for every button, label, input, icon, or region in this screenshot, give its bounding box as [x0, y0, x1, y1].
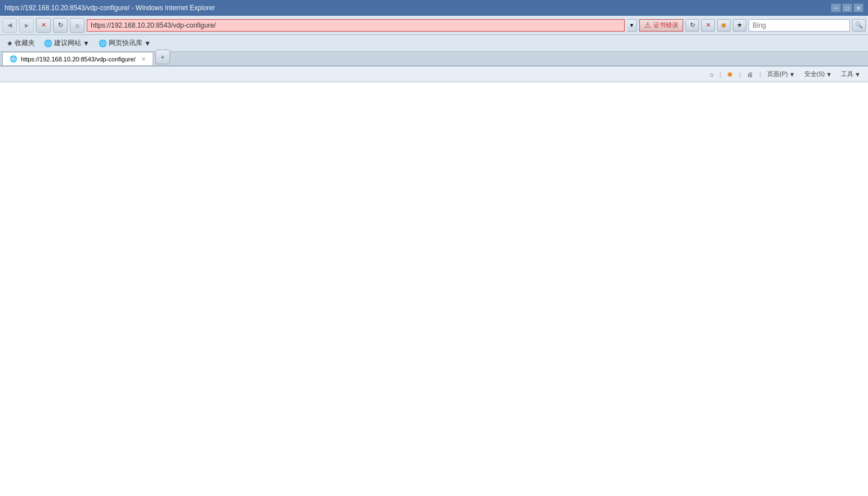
favorites-menu-item[interactable]: ★ 收藏夹 [5, 37, 37, 49]
window-title: https://192.168.10.20:8543/vdp-configure… [5, 4, 831, 12]
tab-bar: 🌐 https://192.168.10.20:8543/vdp-configu… [0, 52, 868, 67]
forward-button[interactable]: ▶ [19, 18, 34, 33]
back-button[interactable]: ◀ [2, 18, 17, 33]
title-bar: https://192.168.10.20:8543/vdp-configure… [0, 0, 868, 16]
favorites-bar: ★ 收藏夹 🌐 建议网站 ▼ 🌐 网页快讯库 ▼ [0, 35, 868, 52]
stop-button[interactable]: ✕ [36, 18, 51, 33]
close-button[interactable]: ✕ [853, 3, 863, 12]
cert-error-button[interactable]: ⚠ 证书错误 [639, 19, 683, 32]
window-controls: ─ □ ✕ [831, 3, 863, 12]
print-button[interactable]: 🖨 [744, 69, 756, 79]
suggest-dropdown-icon: ▼ [83, 39, 90, 47]
toolbar-separator-3: | [759, 71, 761, 78]
suggest-site-label: 建议网站 [54, 38, 81, 48]
suggest-favicon-icon: 🌐 [44, 39, 52, 47]
top-toolbar: ⌂ | ◉ | 🖨 | 页面(P) ▼ 安全(S) ▼ 工具 ▼ [0, 67, 868, 82]
page-dropdown-icon: ▼ [789, 71, 795, 78]
tools-label: 工具 [841, 70, 853, 78]
tools-menu-button[interactable]: 工具 ▼ [838, 68, 863, 80]
cert-warning-icon: ⚠ [644, 21, 651, 29]
minimize-button[interactable]: ─ [831, 3, 841, 12]
address-bar-row: ◀ ▶ ✕ ↻ ⌂ ▼ ⚠ 证书错误 ↻ ✕ ◉ ★ 🔍 [0, 16, 868, 35]
web-snippets-favicon-icon: 🌐 [99, 39, 107, 47]
safety-menu-button[interactable]: 安全(S) ▼ [802, 68, 835, 80]
refresh-toolbar-button[interactable]: ↻ [686, 19, 699, 32]
active-tab[interactable]: 🌐 https://192.168.10.20:8543/vdp-configu… [2, 52, 153, 65]
refresh-button[interactable]: ↻ [53, 18, 68, 33]
cert-error-label: 证书错误 [653, 21, 678, 29]
stop-toolbar-button[interactable]: ✕ [701, 19, 715, 32]
address-dropdown-button[interactable]: ▼ [627, 19, 637, 32]
tab-close-button[interactable]: ✕ [141, 56, 146, 62]
favorites-label: 收藏夹 [15, 38, 35, 48]
web-snippets-label: 网页快讯库 [109, 38, 143, 48]
favorites-toggle[interactable]: ★ [733, 19, 746, 32]
maximize-button[interactable]: □ [842, 3, 852, 12]
address-input[interactable] [87, 19, 625, 32]
search-go-button[interactable]: 🔍 [852, 19, 866, 32]
toolbar-separator-2: | [739, 71, 741, 78]
tools-dropdown-icon: ▼ [854, 71, 861, 78]
home-button[interactable]: ⌂ [70, 18, 84, 33]
search-input[interactable] [749, 19, 850, 32]
tab-label: https://192.168.10.20:8543/vdp-configure… [21, 56, 136, 63]
web-snippets-item[interactable]: 🌐 网页快讯库 ▼ [96, 37, 153, 49]
home-toolbar-button[interactable]: ⌂ [707, 69, 716, 79]
rss-toolbar-button[interactable]: ◉ [724, 69, 736, 79]
web-snippets-dropdown-icon: ▼ [144, 39, 151, 47]
page-menu-button[interactable]: 页面(P) ▼ [764, 68, 798, 80]
new-tab-button[interactable]: + [155, 50, 170, 64]
safety-dropdown-icon: ▼ [826, 71, 832, 78]
favorites-star-icon: ★ [7, 39, 13, 47]
rss-button[interactable]: ◉ [717, 19, 731, 32]
page-label: 页面(P) [767, 70, 788, 78]
toolbar-separator-1: | [719, 71, 721, 78]
tab-favicon-icon: 🌐 [10, 55, 17, 63]
suggest-site-item[interactable]: 🌐 建议网站 ▼ [42, 37, 92, 49]
safety-label: 安全(S) [804, 70, 825, 78]
